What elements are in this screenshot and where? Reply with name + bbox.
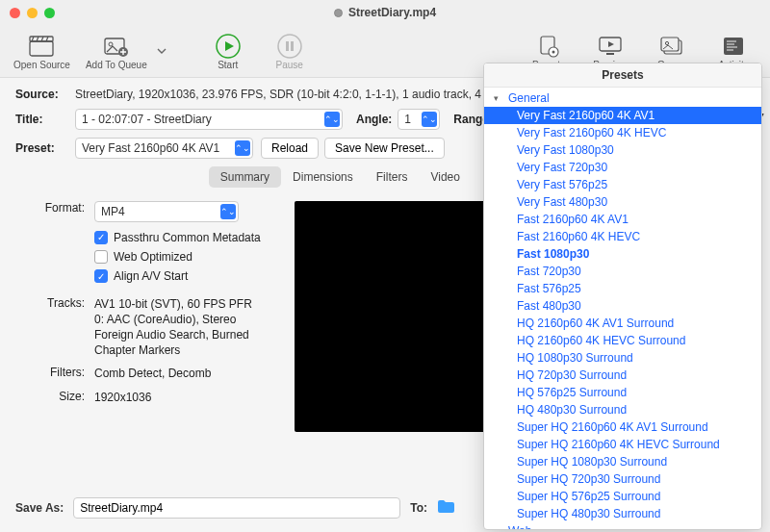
preset-item[interactable]: Very Fast 1080p30 bbox=[484, 141, 761, 159]
preset-item[interactable]: Fast 2160p60 4K AV1 bbox=[484, 211, 761, 228]
svg-point-6 bbox=[278, 35, 301, 58]
preset-item[interactable]: HQ 1080p30 Surround bbox=[484, 349, 761, 367]
save-as-label: Save As: bbox=[15, 501, 64, 515]
preset-item[interactable]: Fast 2160p60 4K HEVC bbox=[484, 228, 761, 245]
preset-item[interactable]: HQ 576p25 Surround bbox=[484, 384, 761, 401]
checkbox-off-icon bbox=[94, 250, 108, 264]
preset-item[interactable]: HQ 720p30 Surround bbox=[484, 367, 761, 384]
pause-button[interactable]: Pause bbox=[261, 31, 319, 72]
svg-rect-13 bbox=[606, 53, 614, 55]
preset-item[interactable]: Super HQ 2160p60 4K HEVC Surround bbox=[484, 436, 761, 453]
svg-rect-17 bbox=[724, 38, 743, 55]
monitor-play-icon bbox=[597, 33, 624, 60]
align-av-start-checkbox[interactable]: ✓ Align A/V Start bbox=[94, 268, 277, 284]
svg-rect-8 bbox=[291, 41, 294, 51]
preset-item[interactable]: HQ 2160p60 4K HEVC Surround bbox=[484, 332, 761, 349]
pause-icon bbox=[276, 33, 303, 60]
format-select[interactable]: MP4 ⌃⌄ bbox=[94, 201, 239, 222]
save-new-preset-button[interactable]: Save New Preset... bbox=[324, 138, 445, 159]
start-button[interactable]: Start bbox=[199, 31, 257, 72]
web-optimized-checkbox[interactable]: Web Optimized bbox=[94, 249, 277, 265]
source-label: Source: bbox=[15, 88, 67, 101]
zoom-window-button[interactable] bbox=[44, 8, 55, 18]
preset-item[interactable]: Fast 1080p30 bbox=[484, 245, 761, 263]
preset-item[interactable]: HQ 2160p60 4K AV1 Surround bbox=[484, 315, 761, 332]
reload-button[interactable]: Reload bbox=[261, 138, 319, 159]
preset-item[interactable]: Fast 480p30 bbox=[484, 297, 761, 315]
presets-list[interactable]: ▾GeneralVery Fast 2160p60 4K AV1Very Fas… bbox=[484, 88, 761, 529]
angle-label: Angle: bbox=[356, 113, 392, 126]
title-label: Title: bbox=[15, 113, 67, 126]
preset-item[interactable]: HQ 480p30 Surround bbox=[484, 401, 761, 418]
checkbox-on-icon: ✓ bbox=[94, 231, 108, 244]
preset-label: Preset: bbox=[15, 141, 67, 155]
add-to-queue-button[interactable]: Add To Queue bbox=[80, 31, 153, 72]
passthru-metadata-checkbox[interactable]: ✓ Passthru Common Metadata bbox=[94, 230, 277, 245]
preset-item[interactable]: Super HQ 480p30 Surround bbox=[484, 505, 761, 522]
preset-category[interactable]: ▸Web bbox=[484, 522, 761, 529]
svg-point-11 bbox=[552, 50, 555, 53]
size-label: Size: bbox=[27, 390, 85, 405]
folder-icon[interactable] bbox=[437, 499, 454, 517]
preset-item[interactable]: Very Fast 2160p60 4K HEVC bbox=[484, 124, 761, 141]
preset-item[interactable]: Very Fast 576p25 bbox=[484, 176, 761, 193]
chevron-updown-icon: ⌃⌄ bbox=[235, 140, 250, 156]
preset-item[interactable]: Very Fast 720p30 bbox=[484, 159, 761, 176]
filters-label: Filters: bbox=[27, 366, 85, 381]
preset-item[interactable]: Super HQ 1080p30 Surround bbox=[484, 453, 761, 470]
document-modified-icon bbox=[334, 9, 343, 17]
size-value: 1920x1036 bbox=[94, 390, 277, 405]
chevron-updown-icon: ⌃⌄ bbox=[422, 112, 437, 127]
presets-panel: Presets ▾GeneralVery Fast 2160p60 4K AV1… bbox=[483, 63, 762, 530]
close-window-button[interactable] bbox=[10, 8, 20, 18]
tracks-label: Tracks: bbox=[27, 296, 85, 359]
tab-filters[interactable]: Filters bbox=[365, 166, 420, 188]
preset-item[interactable]: Fast 576p25 bbox=[484, 280, 761, 297]
preset-item[interactable]: Very Fast 2160p60 4K AV1 bbox=[484, 107, 761, 124]
preset-item[interactable]: Super HQ 2160p60 4K AV1 Surround bbox=[484, 418, 761, 436]
format-label: Format: bbox=[27, 201, 85, 222]
add-to-queue-dropdown[interactable] bbox=[157, 31, 172, 72]
tab-summary[interactable]: Summary bbox=[209, 166, 281, 188]
preset-item[interactable]: Very Fast 480p30 bbox=[484, 193, 761, 211]
tracks-value: AV1 10-bit (SVT), 60 FPS PFR 0: AAC (Cor… bbox=[94, 296, 277, 359]
preset-category[interactable]: ▾General bbox=[484, 89, 761, 107]
preset-item[interactable]: Fast 720p30 bbox=[484, 263, 761, 280]
play-icon bbox=[215, 33, 242, 60]
clapper-icon bbox=[28, 33, 55, 60]
preset-item[interactable]: Super HQ 720p30 Surround bbox=[484, 470, 761, 488]
chevron-right-icon: ▸ bbox=[494, 526, 503, 529]
chevron-updown-icon: ⌃⌄ bbox=[220, 204, 236, 219]
preset-item[interactable]: Super HQ 576p25 Surround bbox=[484, 488, 761, 505]
terminal-icon bbox=[720, 33, 747, 60]
photo-add-icon bbox=[103, 33, 130, 60]
svg-rect-0 bbox=[30, 41, 53, 56]
window-controls bbox=[10, 8, 55, 18]
tab-video[interactable]: Video bbox=[419, 166, 471, 188]
document-gear-icon bbox=[535, 33, 562, 60]
tab-dimensions[interactable]: Dimensions bbox=[281, 166, 365, 188]
chevron-updown-icon: ⌃⌄ bbox=[324, 112, 340, 127]
title-bar: StreetDiary.mp4 bbox=[0, 0, 770, 25]
filters-value: Comb Detect, Decomb bbox=[94, 366, 277, 381]
presets-panel-title: Presets bbox=[484, 63, 761, 88]
to-label: To: bbox=[410, 501, 427, 515]
chevron-down-icon: ▾ bbox=[494, 93, 503, 103]
title-select[interactable]: 1 - 02:07:07 - StreetDiary ⌃⌄ bbox=[75, 109, 343, 130]
source-value: StreetDiary, 1920x1036, 23.976 FPS, SDR … bbox=[75, 88, 544, 101]
preset-select[interactable]: Very Fast 2160p60 4K AV1 ⌃⌄ bbox=[75, 138, 253, 159]
save-as-field[interactable] bbox=[73, 497, 400, 519]
svg-rect-7 bbox=[286, 41, 289, 51]
photos-icon bbox=[658, 33, 685, 60]
svg-point-3 bbox=[109, 42, 113, 46]
open-source-button[interactable]: Open Source bbox=[8, 31, 76, 72]
window-title: StreetDiary.mp4 bbox=[348, 6, 436, 19]
checkbox-on-icon: ✓ bbox=[94, 269, 108, 283]
minimize-window-button[interactable] bbox=[27, 8, 38, 18]
angle-select[interactable]: 1 ⌃⌄ bbox=[398, 109, 440, 130]
